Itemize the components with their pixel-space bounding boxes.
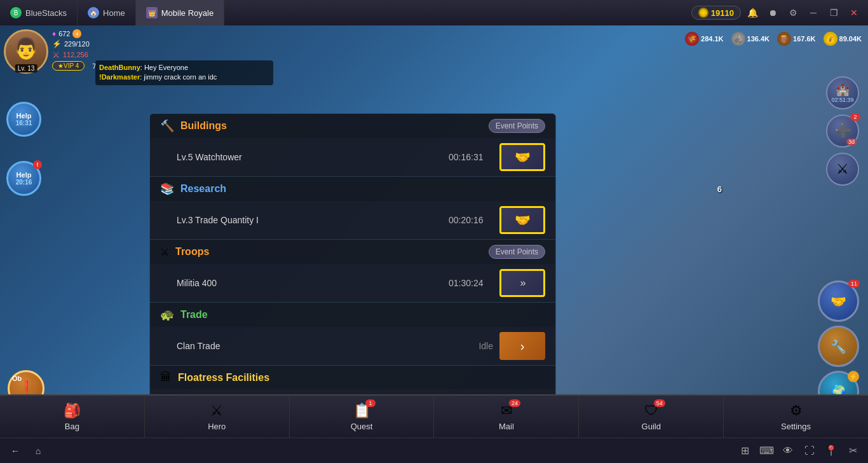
tools-icon: 🔧 — [831, 339, 846, 354]
troops-section: ⚔ Troops Event Points Militia 400 01:30:… — [150, 240, 555, 303]
notification-btn[interactable]: 🔔 — [743, 4, 761, 22]
gold-value: 89.04K — [839, 35, 862, 43]
chat-name-1: DeathBunny — [99, 64, 140, 71]
bluestacks-tab[interactable]: B BlueStacks — [0, 0, 78, 25]
militia-name: Militia 400 — [177, 278, 442, 288]
taskbar-fullscreen-btn[interactable]: ⛶ — [801, 442, 818, 460]
watchtower-row: Lv.5 Watchtower 00:16:31 🤝 — [150, 138, 555, 176]
buildings-header: 🔨 Buildings Event Points — [150, 114, 555, 138]
taskbar-right: ⊞ ⌨ 👁 ⛶ 📍 ✂ — [736, 442, 862, 460]
close-btn[interactable]: ✕ — [845, 4, 863, 22]
nav-bag[interactable]: 🎒 Bag — [0, 396, 145, 438]
buildings-title: Buildings — [180, 120, 482, 132]
buildings-icon: 🔨 — [160, 119, 174, 133]
clan-trade-btn[interactable]: › — [499, 332, 545, 360]
watchtower-help-btn[interactable]: 🤝 — [499, 143, 545, 171]
player-info: ♦ 672 + ⚡ 229/120 ⚔ 112,256 ★VIP 4 7 — [52, 29, 96, 71]
power-row: ⚔ 112,256 — [52, 50, 96, 60]
help-handshake-btn[interactable]: 🤝 11 — [818, 280, 859, 322]
chat-name-2: !Darkmaster — [99, 73, 140, 81]
wood-icon: 🪵 — [777, 32, 791, 46]
lightning-icon: ⚡ — [52, 39, 62, 48]
taskbar-keyboard-btn[interactable]: ⌨ — [757, 442, 775, 460]
nav-hero[interactable]: ⚔ Hero — [145, 396, 290, 438]
militia-time: 01:30:24 — [449, 278, 493, 288]
trade-quantity-name: Lv.3 Trade Quantity I — [177, 215, 442, 225]
floatress-icon: 🏛 — [160, 371, 172, 384]
bottom-right-btns: 🤝 11 🔧 🌍 ⚡ — [818, 280, 859, 412]
help-time-1: 16:31 — [16, 120, 32, 127]
guild-label: Guild — [642, 422, 661, 431]
home-label: Home — [103, 8, 125, 18]
power-value: 112,256 — [63, 51, 88, 59]
settings-label: Settings — [781, 422, 811, 431]
chat-line-1: DeathBunny: Hey Everyone — [99, 63, 269, 73]
militia-speed-btn[interactable]: » — [499, 269, 545, 297]
trade-section: 🐢 Trade Clan Trade Idle › — [150, 303, 555, 366]
restore-btn[interactable]: ❐ — [825, 4, 843, 22]
help-btn-2[interactable]: ! Help 20:16 — [6, 161, 41, 196]
title-bar: B BlueStacks 🏠 Home 👑 Mobile Royale 1911… — [0, 0, 868, 25]
wood-value: 167.6K — [793, 35, 815, 43]
troops-event-points: Event Points — [489, 245, 545, 259]
quest-label: Quest — [351, 422, 373, 431]
exclamation-badge: ! — [33, 160, 42, 169]
settings-nav-icon: ⚙ — [790, 403, 803, 419]
nav-quest[interactable]: 📋 Quest 1 — [290, 396, 435, 438]
hero-icon: ⚔ — [210, 403, 223, 419]
gems-plus-btn[interactable]: + — [72, 29, 81, 38]
chat-box: DeathBunny: Hey Everyone !Darkmaster: ji… — [95, 60, 273, 85]
currency-value: 19110 — [711, 8, 734, 18]
bag-label: Bag — [65, 422, 79, 431]
sword-icon: ⚔ — [836, 161, 849, 177]
taskbar-scissors-btn[interactable]: ✂ — [844, 442, 862, 460]
settings-btn[interactable]: ⚙ — [784, 4, 802, 22]
nav-settings[interactable]: ⚙ Settings — [724, 396, 868, 438]
castle-icon: 🏰 — [836, 83, 850, 97]
home-icon: 🏠 — [88, 7, 99, 18]
player-level-overlay: Lv. 13 — [15, 64, 37, 73]
research-header: 📚 Research — [150, 177, 555, 201]
globe-badge: ⚡ — [848, 371, 859, 382]
floatress-title: Floatress Facilities — [178, 372, 545, 384]
taskbar-back-btn[interactable]: ← — [6, 442, 24, 460]
buildings-section: 🔨 Buildings Event Points Lv.5 Watchtower… — [150, 114, 555, 177]
record-btn[interactable]: ⏺ — [764, 4, 782, 22]
buildings-event-points: Event Points — [489, 119, 545, 133]
quest-badge: 1 — [365, 399, 376, 407]
player-section: 👨 Lv. 13 — [4, 29, 48, 74]
game-icon: 👑 — [146, 7, 158, 18]
taskbar-eye-btn[interactable]: 👁 — [779, 442, 797, 460]
left-buttons: Help 16:31 ! Help 20:16 — [6, 102, 41, 196]
minimize-btn[interactable]: ─ — [804, 4, 822, 22]
mail-label: Mail — [499, 422, 514, 431]
game-label: Mobile Royale — [161, 8, 214, 18]
sword-btn[interactable]: ⚔ — [826, 153, 859, 186]
home-tab[interactable]: 🏠 Home — [78, 0, 136, 25]
taskbar: ← ⌂ ⊞ ⌨ 👁 ⛶ 📍 ✂ — [0, 438, 868, 463]
tools-btn[interactable]: 🔧 — [818, 326, 859, 367]
castle-timer-btn[interactable]: 🏰 02:51:39 — [826, 76, 859, 109]
watchtower-time: 00:16:31 — [449, 152, 493, 162]
research-help-btn[interactable]: 🤝 — [499, 206, 545, 234]
research-icon: 📚 — [160, 182, 174, 196]
title-bar-right: 19110 🔔 ⏺ ⚙ ─ ❐ ✕ — [691, 4, 868, 22]
game-tab[interactable]: 👑 Mobile Royale — [136, 0, 224, 25]
clan-trade-row: Clan Trade Idle › — [150, 327, 555, 365]
trade-quantity-row: Lv.3 Trade Quantity I 00:20:16 🤝 — [150, 201, 555, 239]
taskbar-grid-btn[interactable]: ⊞ — [736, 442, 754, 460]
power-icon: ⚔ — [52, 50, 60, 60]
medicine-btn[interactable]: ➕ 2 3d — [826, 114, 859, 148]
research-section: 📚 Research Lv.3 Trade Quantity I 00:20:1… — [150, 177, 555, 240]
trade-quantity-time: 00:20:16 — [449, 215, 493, 225]
lightning-row: ⚡ 229/120 — [52, 39, 96, 48]
nav-guild[interactable]: 🛡 Guild 54 — [579, 396, 724, 438]
help-btn-1[interactable]: Help 16:31 — [6, 102, 41, 137]
wood-resource: 🪵 167.6K — [777, 32, 815, 46]
nav-mail[interactable]: ✉ Mail 24 — [434, 396, 579, 438]
guild-badge: 54 — [654, 399, 665, 407]
taskbar-pin-btn[interactable]: 📍 — [822, 442, 840, 460]
taskbar-home-btn[interactable]: ⌂ — [29, 442, 47, 460]
gold-resource: 💰 89.04K — [824, 32, 862, 46]
gem-icon: ♦ — [52, 29, 56, 38]
